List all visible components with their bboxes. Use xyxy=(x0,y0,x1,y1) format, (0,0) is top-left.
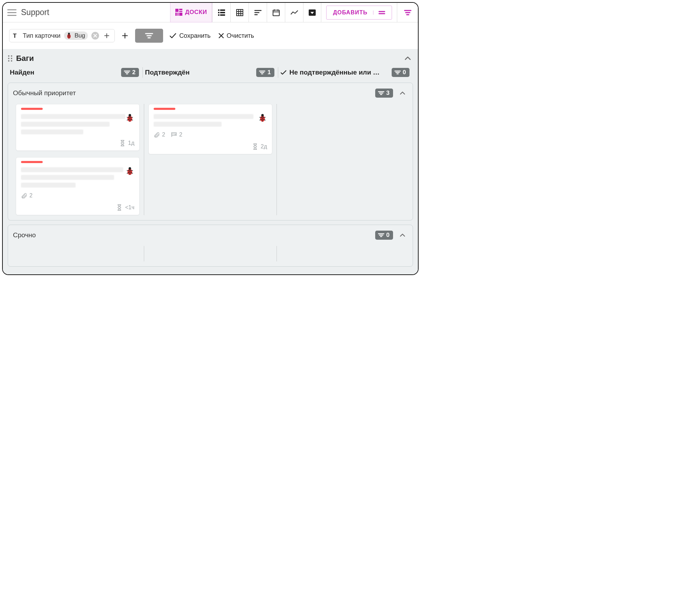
swimlane-column[interactable] xyxy=(277,246,409,261)
column-count: 0 xyxy=(403,69,406,76)
card[interactable]: 222д xyxy=(148,104,272,154)
group-collapse-button[interactable] xyxy=(402,53,413,64)
svg-point-55 xyxy=(8,58,9,59)
card[interactable]: 1д xyxy=(16,104,140,151)
filter-icon xyxy=(378,233,384,237)
save-filter-button[interactable]: Сохранить xyxy=(168,30,212,42)
swimlane-count: 3 xyxy=(386,90,390,97)
check-icon xyxy=(280,70,287,75)
svg-point-56 xyxy=(11,58,12,59)
swimlane-column[interactable] xyxy=(12,246,144,261)
svg-rect-11 xyxy=(218,12,219,13)
card-time: 2д xyxy=(261,143,267,150)
svg-text:T: T xyxy=(13,33,17,39)
column-count: 1 xyxy=(267,69,271,76)
svg-rect-14 xyxy=(220,14,225,16)
column-header[interactable]: Не подтверждённые или …0 xyxy=(278,67,413,78)
swimlane: Обычный приоритет31д2<1ч222д xyxy=(8,83,413,220)
filter-chip-card-type[interactable]: T Тип карточки Bug xyxy=(9,29,115,42)
card-text-redacted xyxy=(21,167,134,188)
filter-icon xyxy=(404,10,412,15)
svg-rect-12 xyxy=(220,12,225,13)
swimlane-column[interactable] xyxy=(144,246,277,261)
add-button[interactable]: ДОБАВИТЬ xyxy=(326,6,392,20)
hourglass-icon xyxy=(117,204,122,211)
group-title: Баги xyxy=(16,54,34,63)
svg-rect-10 xyxy=(220,9,225,11)
attachment-icon xyxy=(21,193,27,198)
save-filter-label: Сохранить xyxy=(179,32,210,40)
add-button-dropdown[interactable] xyxy=(373,10,385,15)
chevron-up-icon xyxy=(400,233,405,237)
filter-chip-remove[interactable] xyxy=(91,32,99,40)
svg-point-88 xyxy=(131,172,132,173)
swimlane-count-pill[interactable]: 3 xyxy=(375,89,393,98)
svg-line-100 xyxy=(259,117,260,118)
swimlane-header[interactable]: Обычный приоритет3 xyxy=(8,83,413,103)
filter-icon xyxy=(378,91,384,95)
view-tab-chart[interactable] xyxy=(285,3,303,22)
svg-rect-23 xyxy=(273,10,279,16)
svg-rect-15 xyxy=(237,9,243,16)
view-tab-archive[interactable] xyxy=(303,3,321,22)
svg-point-57 xyxy=(8,60,9,62)
swimlane-count-pill[interactable]: 0 xyxy=(375,231,393,240)
type-icon: T xyxy=(13,33,19,39)
swimlane-collapse-button[interactable] xyxy=(397,230,408,240)
svg-point-85 xyxy=(128,170,129,171)
card[interactable]: 2<1ч xyxy=(16,157,140,215)
swimlane-column[interactable]: 1д2<1ч xyxy=(12,104,144,215)
card-priority-stripe xyxy=(154,108,175,110)
boards-icon xyxy=(175,9,182,16)
view-tabs: ДОСКИ xyxy=(170,3,322,22)
plus-icon xyxy=(122,33,128,39)
swimlane-collapse-button[interactable] xyxy=(397,88,408,98)
svg-point-86 xyxy=(131,170,132,171)
list-icon xyxy=(218,9,225,16)
drag-handle-icon[interactable] xyxy=(8,55,13,62)
view-tab-timeline[interactable] xyxy=(248,3,267,22)
svg-point-38 xyxy=(68,35,68,36)
add-filter-button[interactable] xyxy=(120,30,130,41)
svg-line-80 xyxy=(127,120,128,120)
filter-icon xyxy=(124,70,130,75)
svg-point-74 xyxy=(128,117,129,118)
filter-toggle-button[interactable] xyxy=(135,29,163,43)
svg-line-91 xyxy=(127,173,128,173)
filter-icon xyxy=(259,70,265,75)
columns-header: Найден2Подтверждён1Не подтверждённые или… xyxy=(3,67,418,83)
swimlane-columns xyxy=(8,245,413,266)
check-icon xyxy=(169,33,176,38)
equals-icon xyxy=(378,10,385,15)
column-count-pill[interactable]: 0 xyxy=(392,68,410,77)
column-count-pill[interactable]: 1 xyxy=(256,68,274,77)
header-filter-button[interactable] xyxy=(397,3,418,22)
swimlane-count: 0 xyxy=(386,232,390,239)
filter-chip-add-value[interactable] xyxy=(103,31,111,40)
menu-button[interactable] xyxy=(3,3,21,22)
svg-point-96 xyxy=(261,117,262,118)
svg-line-81 xyxy=(132,120,133,120)
column-header[interactable]: Найден2 xyxy=(8,67,143,78)
view-tab-list[interactable] xyxy=(212,3,230,22)
swimlane-header[interactable]: Срочно0 xyxy=(8,225,413,245)
hourglass-icon xyxy=(252,143,258,150)
svg-point-39 xyxy=(69,35,70,36)
view-tab-grid[interactable] xyxy=(230,3,248,22)
view-tab-boards-label: ДОСКИ xyxy=(185,9,207,16)
swimlane-column[interactable]: 222д xyxy=(144,104,277,215)
column-header[interactable]: Подтверждён1 xyxy=(143,67,278,78)
clear-filter-button[interactable]: Очистить xyxy=(217,30,255,42)
swimlane-columns: 1д2<1ч222д xyxy=(8,103,413,220)
svg-point-53 xyxy=(8,55,9,57)
chart-icon xyxy=(290,10,298,15)
bug-icon xyxy=(125,113,134,124)
column-count-pill[interactable]: 2 xyxy=(121,68,139,77)
swimlane-column[interactable] xyxy=(277,104,409,215)
view-tab-calendar[interactable] xyxy=(267,3,285,22)
svg-point-75 xyxy=(131,117,132,118)
svg-rect-13 xyxy=(218,14,219,16)
svg-point-87 xyxy=(128,172,129,173)
group-header[interactable]: Баги xyxy=(3,49,418,67)
view-tab-boards[interactable]: ДОСКИ xyxy=(170,3,212,22)
